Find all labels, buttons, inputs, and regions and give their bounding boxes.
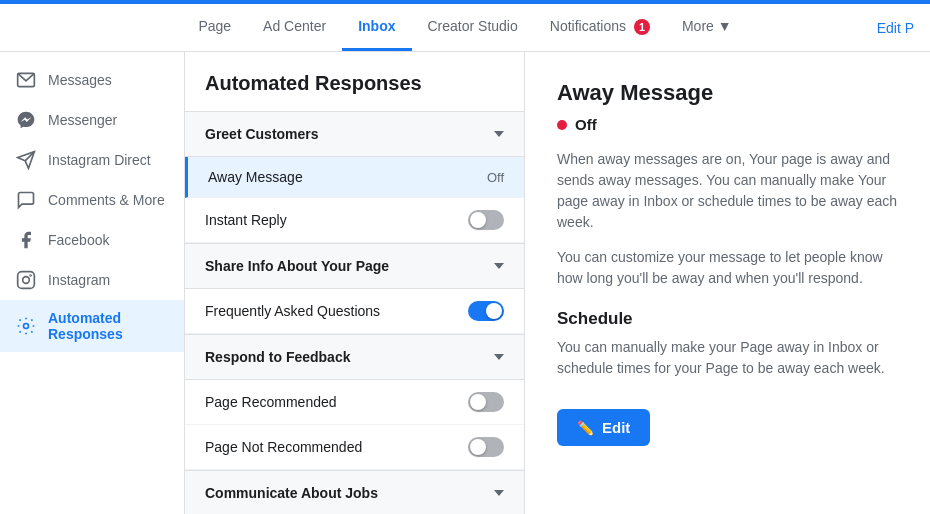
status-dot [557, 120, 567, 130]
sidebar: Messages Messenger Instagram Direct Comm… [0, 52, 185, 514]
schedule-desc: You can manually make your Page away in … [557, 337, 898, 379]
status-label: Off [575, 116, 597, 133]
middle-header: Automated Responses [185, 52, 524, 112]
nav-page[interactable]: Page [182, 4, 247, 51]
auto-icon [16, 316, 36, 336]
detail-description-2: You can customize your message to let pe… [557, 247, 898, 289]
svg-rect-3 [18, 272, 35, 289]
svg-point-4 [23, 277, 30, 284]
sidebar-label-automated-responses: Automated Responses [48, 310, 168, 342]
nav-items: Page Ad Center Inbox Creator Studio Noti… [16, 4, 914, 52]
communicate-jobs-chevron [494, 490, 504, 496]
sidebar-item-messenger[interactable]: Messenger [0, 100, 184, 140]
top-nav: Page Ad Center Inbox Creator Studio Noti… [0, 4, 930, 52]
svg-point-6 [24, 324, 29, 329]
sidebar-label-instagram-direct: Instagram Direct [48, 152, 151, 168]
instant-reply-toggle[interactable] [468, 210, 504, 230]
middle-panel: Automated Responses Greet Customers Away… [185, 52, 525, 514]
faq-toggle[interactable] [468, 301, 504, 321]
away-message-section: Away Message Off Instant Reply [185, 157, 524, 244]
instant-reply-item[interactable]: Instant Reply [185, 198, 524, 243]
sidebar-item-instagram-direct[interactable]: Instagram Direct [0, 140, 184, 180]
nav-notifications[interactable]: Notifications 1 [534, 4, 666, 52]
sidebar-item-automated-responses[interactable]: Automated Responses [0, 300, 184, 352]
greet-customers-header[interactable]: Greet Customers [185, 112, 524, 156]
pencil-icon: ✏️ [577, 420, 594, 436]
comment-icon [16, 190, 36, 210]
faq-section: Frequently Asked Questions [185, 289, 524, 335]
schedule-title: Schedule [557, 309, 898, 329]
share-info-header[interactable]: Share Info About Your Page [185, 244, 524, 288]
nav-creatorstudio[interactable]: Creator Studio [412, 4, 534, 51]
sidebar-label-facebook: Facebook [48, 232, 109, 248]
page-recommended-toggle[interactable] [468, 392, 504, 412]
communicate-jobs-section: Communicate About Jobs [185, 471, 524, 514]
communicate-jobs-header[interactable]: Communicate About Jobs [185, 471, 524, 514]
right-panel: Away Message Off When away messages are … [525, 52, 930, 514]
nav-more[interactable]: More ▼ [666, 4, 748, 51]
sidebar-label-messages: Messages [48, 72, 112, 88]
main-layout: Messages Messenger Instagram Direct Comm… [0, 52, 930, 514]
edit-button[interactable]: ✏️ Edit [557, 409, 650, 446]
messenger-icon [16, 110, 36, 130]
edit-button-label: Edit [602, 419, 630, 436]
sidebar-item-facebook[interactable]: Facebook [0, 220, 184, 260]
message-icon [16, 70, 36, 90]
respond-feedback-section: Respond to Feedback [185, 335, 524, 380]
greet-customers-chevron [494, 131, 504, 137]
sidebar-label-messenger: Messenger [48, 112, 117, 128]
facebook-icon [16, 230, 36, 250]
page-recommended-item[interactable]: Page Recommended [185, 380, 524, 425]
instagram-dm-icon [16, 150, 36, 170]
detail-status: Off [557, 116, 898, 133]
respond-feedback-header[interactable]: Respond to Feedback [185, 335, 524, 379]
sidebar-label-instagram: Instagram [48, 272, 110, 288]
instagram-icon [16, 270, 36, 290]
notifications-badge: 1 [634, 19, 650, 35]
page-not-recommended-toggle[interactable] [468, 437, 504, 457]
detail-title: Away Message [557, 80, 898, 106]
away-message-item[interactable]: Away Message Off [185, 157, 524, 198]
share-info-chevron [494, 263, 504, 269]
sidebar-item-instagram[interactable]: Instagram [0, 260, 184, 300]
page-feedback-section: Page Recommended Page Not Recommended [185, 380, 524, 471]
sidebar-item-messages[interactable]: Messages [0, 60, 184, 100]
edit-page-link[interactable]: Edit P [877, 20, 914, 36]
share-info-section: Share Info About Your Page [185, 244, 524, 289]
detail-description-1: When away messages are on, Your page is … [557, 149, 898, 233]
sidebar-item-comments[interactable]: Comments & More [0, 180, 184, 220]
respond-feedback-chevron [494, 354, 504, 360]
faq-item[interactable]: Frequently Asked Questions [185, 289, 524, 334]
greet-customers-section: Greet Customers [185, 112, 524, 157]
nav-inbox[interactable]: Inbox [342, 4, 411, 51]
svg-point-5 [30, 275, 31, 276]
nav-adcenter[interactable]: Ad Center [247, 4, 342, 51]
sidebar-label-comments: Comments & More [48, 192, 165, 208]
page-not-recommended-item[interactable]: Page Not Recommended [185, 425, 524, 470]
